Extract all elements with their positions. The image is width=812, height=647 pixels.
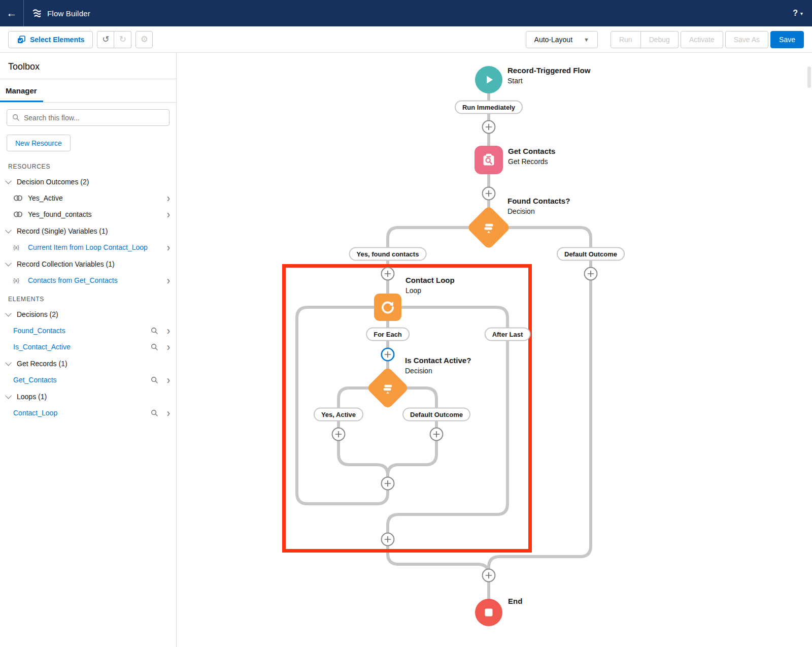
branch-label-yes-found-contacts[interactable]: Yes, found contacts <box>349 247 427 261</box>
start-node[interactable] <box>475 66 502 93</box>
add-element-button[interactable] <box>331 427 346 441</box>
flow-builder-logo-icon <box>31 8 43 19</box>
run-button[interactable]: Run <box>611 31 641 48</box>
outcome-icon <box>13 211 23 218</box>
flow-settings-button[interactable]: ⚙ <box>136 31 153 48</box>
flow-search <box>7 109 170 126</box>
branch-label-for-each[interactable]: For Each <box>366 328 410 341</box>
found-contacts-label: Found Contacts? Decision <box>507 196 570 216</box>
redo-button[interactable]: ↻ <box>114 31 131 48</box>
gear-icon: ⚙ <box>141 34 148 45</box>
tab-manager[interactable]: Manager <box>0 79 43 102</box>
add-element-button[interactable] <box>482 120 496 134</box>
contact-loop-label: Contact Loop Loop <box>405 275 455 295</box>
chevron-down-icon: ▾ <box>800 11 803 16</box>
resource-item-yes-active[interactable]: Yes_Active › <box>0 190 176 206</box>
chevron-down-icon <box>5 178 12 184</box>
new-resource-button[interactable]: New Resource <box>7 135 71 151</box>
add-element-button[interactable] <box>482 568 496 583</box>
is-contact-active-decision-node[interactable] <box>373 373 403 403</box>
layout-mode-dropdown[interactable]: Auto-Layout ▼ <box>526 31 598 48</box>
chevron-down-icon <box>5 310 12 317</box>
chevron-down-icon <box>5 227 12 234</box>
chevron-right-icon[interactable]: › <box>167 242 170 253</box>
group-decision-outcomes[interactable]: Decision Outcomes (2) <box>0 173 176 190</box>
undo-icon: ↺ <box>102 34 109 45</box>
is-contact-active-label: Is Contact Active? Decision <box>405 355 471 375</box>
back-button[interactable]: ← <box>0 0 24 26</box>
magnifier-icon[interactable] <box>151 327 158 335</box>
get-contacts-node[interactable] <box>475 146 503 174</box>
play-icon <box>482 73 495 86</box>
select-elements-button[interactable]: Select Elements <box>8 31 93 48</box>
help-icon: ? <box>793 9 798 18</box>
start-node-label: Record-Triggered Flow Start <box>507 66 590 85</box>
group-get-records[interactable]: Get Records (1) <box>0 355 176 372</box>
multi-select-icon <box>17 35 26 44</box>
record-variable-icon: {x} <box>13 244 23 250</box>
help-menu-button[interactable]: ? ▾ <box>793 9 803 18</box>
add-element-button[interactable] <box>584 267 598 281</box>
resource-item-current-item-loop[interactable]: {x} Current Item from Loop Contact_Loop … <box>0 239 176 255</box>
contact-loop-node[interactable] <box>374 294 401 321</box>
app-header: ← Flow Builder ? ▾ <box>0 0 812 26</box>
magnifier-icon[interactable] <box>151 343 158 351</box>
branch-label-after-last[interactable]: After Last <box>485 328 531 341</box>
save-button[interactable]: Save <box>770 31 804 48</box>
toolbox-title: Toolbox <box>0 53 176 79</box>
branch-label-run-immediately[interactable]: Run Immediately <box>455 101 523 114</box>
debug-button[interactable]: Debug <box>641 31 679 48</box>
branch-label-yes-active[interactable]: Yes, Active <box>314 408 363 422</box>
resource-item-contacts-from-get-contacts[interactable]: {x} Contacts from Get_Contacts › <box>0 272 176 288</box>
magnifier-icon[interactable] <box>151 376 158 384</box>
end-node[interactable] <box>475 599 502 626</box>
elements-section-label: ELEMENTS <box>8 296 168 303</box>
add-element-button[interactable] <box>429 427 444 441</box>
chevron-right-icon[interactable]: › <box>167 374 170 385</box>
chevron-right-icon[interactable]: › <box>167 407 170 418</box>
add-element-button-highlighted[interactable] <box>381 347 395 361</box>
resource-item-yes-found-contacts[interactable]: Yes_found_contacts › <box>0 206 176 222</box>
branch-label-default-outcome[interactable]: Default Outcome <box>557 247 625 261</box>
branch-label-default-outcome[interactable]: Default Outcome <box>402 408 470 422</box>
element-item-found-contacts[interactable]: Found_Contacts › <box>0 322 176 339</box>
chevron-down-icon: ▼ <box>584 37 589 43</box>
save-as-button[interactable]: Save As <box>725 31 768 48</box>
chevron-right-icon[interactable]: › <box>167 341 170 352</box>
add-element-button[interactable] <box>381 532 395 546</box>
group-record-single-variables[interactable]: Record (Single) Variables (1) <box>0 222 176 239</box>
add-element-button[interactable] <box>381 476 395 491</box>
chevron-right-icon[interactable]: › <box>167 209 170 220</box>
element-item-is-contact-active[interactable]: Is_Contact_Active › <box>0 339 176 355</box>
chevron-right-icon[interactable]: › <box>167 192 170 204</box>
get-contacts-label: Get Contacts Get Records <box>508 146 555 166</box>
decision-icon <box>381 381 395 396</box>
add-element-button[interactable] <box>381 267 395 281</box>
add-element-button[interactable] <box>482 186 496 201</box>
chevron-down-icon <box>5 260 12 267</box>
stop-icon <box>483 606 495 619</box>
group-decisions[interactable]: Decisions (2) <box>0 306 176 322</box>
chevron-right-icon[interactable]: › <box>167 325 170 336</box>
element-item-get-contacts[interactable]: Get_Contacts › <box>0 372 176 388</box>
activate-button[interactable]: Activate <box>681 31 723 48</box>
undo-button[interactable]: ↺ <box>97 31 114 48</box>
record-variable-icon: {x} <box>13 277 23 283</box>
get-records-icon <box>481 152 497 168</box>
end-node-label: End <box>508 596 522 606</box>
found-contacts-decision-node[interactable] <box>473 212 504 243</box>
search-icon <box>12 114 20 121</box>
group-record-collection-variables[interactable]: Record Collection Variables (1) <box>0 255 176 272</box>
canvas-scrollbar[interactable] <box>807 67 811 88</box>
left-arrow-icon: ← <box>7 7 17 19</box>
search-input[interactable] <box>24 114 164 122</box>
group-loops[interactable]: Loops (1) <box>0 388 176 405</box>
toolbox-tabs: Manager <box>0 79 176 103</box>
chevron-down-icon <box>5 393 12 399</box>
element-item-contact-loop[interactable]: Contact_Loop › <box>0 405 176 421</box>
chevron-down-icon <box>5 360 12 366</box>
app-title: Flow Builder <box>47 9 90 18</box>
chevron-right-icon[interactable]: › <box>167 275 170 286</box>
flow-canvas[interactable]: Record-Triggered Flow Start Run Immediat… <box>177 53 812 647</box>
magnifier-icon[interactable] <box>151 409 158 417</box>
